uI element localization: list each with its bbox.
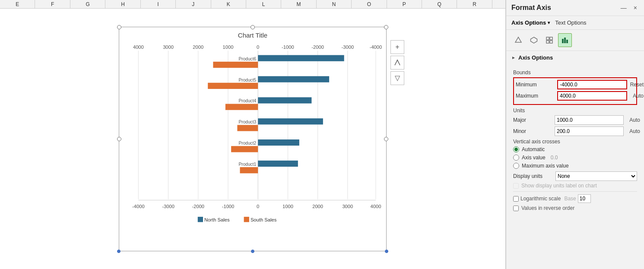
col-P[interactable]: P: [387, 0, 422, 8]
radio-max-axis-value-label: Maximum axis value: [522, 163, 569, 169]
col-R[interactable]: R: [457, 0, 492, 8]
maximum-row: Maximum Auto: [516, 91, 634, 101]
spreadsheet-area: E F G H I J K L M N O P Q R Chart Title: [0, 0, 506, 269]
tab-arrow-icon: ▾: [548, 20, 550, 25]
major-row: Major Auto: [513, 115, 637, 125]
minor-auto-button[interactable]: Auto: [626, 128, 640, 134]
values-reverse-checkbox[interactable]: [513, 206, 519, 211]
close-panel-button[interactable]: ×: [632, 3, 639, 12]
svg-rect-35: [240, 167, 258, 173]
svg-rect-53: [550, 37, 552, 40]
col-G[interactable]: G: [70, 0, 105, 8]
maximum-input[interactable]: [557, 91, 627, 101]
size-properties-button[interactable]: [542, 33, 556, 47]
axis-options-section-header[interactable]: Axis Options: [506, 51, 644, 64]
show-display-label-row: Show display units label on chart: [513, 183, 637, 189]
major-auto-button[interactable]: Auto: [626, 117, 640, 123]
effects-button[interactable]: [527, 33, 541, 47]
col-M[interactable]: M: [281, 0, 316, 8]
tab-text-options[interactable]: Text Options: [555, 19, 586, 27]
size-properties-icon: [546, 36, 553, 44]
maximum-auto-button[interactable]: Auto: [630, 93, 644, 99]
svg-text:1000: 1000: [223, 44, 234, 50]
chart-area: Chart Title 4000 3000 2000 1000 0 -1000 …: [0, 9, 505, 269]
svg-text:North Sales: North Sales: [204, 217, 230, 222]
svg-marker-50: [515, 37, 521, 42]
radio-axis-value[interactable]: [513, 155, 519, 161]
axis-value-display: 0.0: [551, 155, 558, 161]
radio-axis-value-row: Axis value 0.0: [513, 155, 637, 161]
chart-filter-button[interactable]: ▽: [390, 71, 404, 85]
axis-options-section-content: Bounds Minimum Reset Maximum Auto Units: [506, 64, 644, 218]
logarithmic-scale-checkbox[interactable]: [513, 196, 519, 202]
add-chart-element-button[interactable]: +: [390, 40, 404, 54]
svg-rect-52: [546, 37, 549, 40]
svg-text:2000: 2000: [312, 203, 323, 209]
icon-bar: [506, 30, 644, 51]
col-H[interactable]: H: [105, 0, 140, 8]
col-F[interactable]: F: [35, 0, 70, 8]
col-E[interactable]: E: [0, 0, 35, 8]
col-O[interactable]: O: [352, 0, 387, 8]
minor-label: Minor: [513, 128, 552, 134]
radio-axis-value-label: Axis value: [522, 155, 546, 161]
section-collapse-icon: [511, 56, 516, 60]
axis-options-section-label: Axis Options: [518, 54, 553, 61]
svg-text:Product2: Product2: [238, 141, 256, 146]
collapse-panel-button[interactable]: —: [619, 3, 628, 12]
base-label: Base: [564, 196, 576, 202]
handle-bot-left[interactable]: [117, 250, 121, 253]
col-J[interactable]: J: [176, 0, 211, 8]
svg-text:Product6: Product6: [238, 56, 256, 61]
units-label: Units: [513, 108, 637, 114]
show-display-units-checkbox[interactable]: [513, 183, 519, 189]
col-L[interactable]: L: [246, 0, 281, 8]
handle-bot-mid[interactable]: [251, 250, 254, 253]
panel-title: Format Axis: [511, 4, 551, 12]
handle-top-right[interactable]: [384, 25, 388, 29]
svg-rect-46: [198, 217, 203, 222]
minor-row: Minor Auto: [513, 127, 637, 136]
handle-top-left[interactable]: [117, 25, 121, 29]
svg-text:4000: 4000: [371, 203, 381, 209]
column-headers: E F G H I J K L M N O P Q R: [0, 0, 505, 9]
values-reverse-row: Values in reverse order: [513, 205, 637, 211]
base-input[interactable]: [578, 194, 591, 203]
chart-wrapper[interactable]: Chart Title 4000 3000 2000 1000 0 -1000 …: [119, 27, 387, 251]
svg-rect-33: [258, 160, 298, 166]
radio-max-axis-value[interactable]: [513, 163, 519, 169]
minimum-row: Minimum Reset: [516, 80, 634, 89]
svg-text:0: 0: [257, 203, 259, 209]
handle-mid-right[interactable]: [384, 137, 388, 141]
svg-rect-55: [550, 41, 552, 43]
axis-options-button[interactable]: [558, 33, 572, 47]
svg-text:Product4: Product4: [238, 98, 256, 103]
col-N[interactable]: N: [317, 0, 352, 8]
panel-body[interactable]: Axis Options Bounds Minimum Reset Maximu…: [506, 51, 644, 269]
handle-bot-right[interactable]: [385, 250, 388, 253]
col-I[interactable]: I: [141, 0, 176, 8]
svg-text:2000: 2000: [193, 44, 203, 50]
svg-text:-2000: -2000: [192, 203, 204, 209]
minimum-input[interactable]: [557, 80, 627, 89]
svg-text:South Sales: South Sales: [251, 217, 277, 222]
major-input[interactable]: [555, 115, 624, 125]
svg-text:Product3: Product3: [238, 120, 256, 124]
handle-top-mid[interactable]: [251, 25, 255, 29]
display-units-select[interactable]: None Hundreds Thousands Millions Billion…: [555, 171, 637, 181]
svg-text:Product1: Product1: [238, 162, 256, 167]
format-panel: Format Axis — × Axis Options ▾ Text Opti…: [506, 0, 644, 269]
minor-input[interactable]: [555, 127, 624, 136]
svg-text:-3000: -3000: [342, 44, 354, 50]
chart-style-button[interactable]: [390, 56, 404, 70]
svg-text:3000: 3000: [163, 44, 174, 50]
minimum-reset-button[interactable]: Reset: [630, 82, 644, 88]
col-Q[interactable]: Q: [422, 0, 457, 8]
tab-axis-options[interactable]: Axis Options ▾: [511, 19, 550, 27]
col-K[interactable]: K: [211, 0, 246, 8]
logarithmic-scale-label: Logarithmic scale: [520, 196, 561, 202]
handle-mid-left[interactable]: [117, 137, 121, 141]
radio-automatic[interactable]: [513, 146, 519, 152]
svg-rect-58: [566, 40, 568, 43]
fill-effects-button[interactable]: [511, 33, 525, 47]
